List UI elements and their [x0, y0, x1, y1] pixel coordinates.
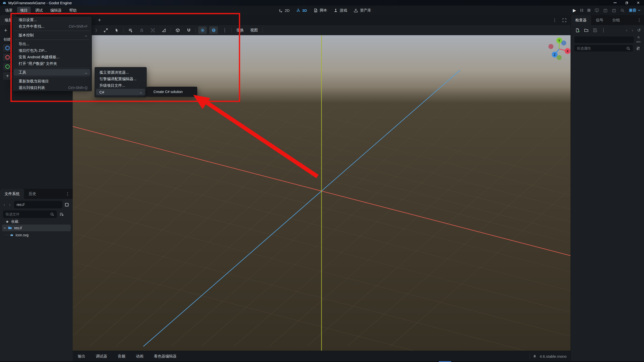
- restore-button[interactable]: [621, 0, 632, 6]
- filesystem-tabbar: 文件系统 历史 ⋮: [0, 189, 73, 199]
- menu-item-find-in-files[interactable]: 在文件中查找...Ctrl+Shift+F: [13, 23, 92, 30]
- menu-item-orphan-explorer[interactable]: 孤立资源浏览器...: [95, 69, 146, 76]
- nav-back-button[interactable]: ‹: [4, 202, 5, 207]
- history-forward-button[interactable]: ›: [631, 27, 633, 33]
- godot-logo-icon: [3, 1, 6, 5]
- workspace-2d[interactable]: 2D: [279, 8, 290, 13]
- panel-shader-editor[interactable]: 着色器编辑器: [151, 352, 179, 360]
- menu-item-open-user-data[interactable]: 打开 “用户数据” 文件夹: [13, 60, 92, 67]
- minimize-button[interactable]: [609, 0, 621, 6]
- snap-magnet-button[interactable]: [184, 26, 193, 34]
- viewport-3d[interactable]: Y X Z: [73, 35, 571, 351]
- menu-item-upgrade-project[interactable]: 升级项目文件...: [95, 82, 146, 89]
- menu-item-project-settings[interactable]: 项目设置...: [13, 17, 92, 23]
- menu-help[interactable]: 帮助: [66, 7, 80, 14]
- menu-item-quit-to-list[interactable]: 退出到项目列表Ctrl+Shift+Q: [13, 84, 92, 91]
- menu-scene[interactable]: 场景: [2, 7, 16, 14]
- menu-editor[interactable]: 编辑器: [47, 7, 65, 14]
- workspace-game[interactable]: 游戏: [334, 8, 347, 13]
- property-filter-options-button[interactable]: [636, 46, 640, 51]
- menu-item-install-android-template[interactable]: 安装 Android 构建模板...: [13, 54, 92, 60]
- search-icon: [50, 212, 54, 216]
- select-list-button[interactable]: [126, 26, 135, 34]
- menu-project[interactable]: 项目: [17, 7, 31, 14]
- filesystem-menu-icon[interactable]: ⋮: [65, 192, 70, 196]
- version-label[interactable]: 4.6.stable.mono: [540, 354, 567, 358]
- notification-bell-icon[interactable]: [533, 354, 537, 358]
- object-history-button[interactable]: ↺: [637, 28, 641, 33]
- view-menu[interactable]: 视图: [248, 27, 260, 34]
- menu-item-export[interactable]: 导出...: [13, 41, 92, 47]
- sort-files-button[interactable]: [59, 212, 64, 216]
- tab-inspector[interactable]: 检查器: [571, 15, 591, 25]
- game-icon: [334, 8, 338, 13]
- menu-item-reload-project[interactable]: 重新加载当前项目: [13, 78, 92, 84]
- new-tab-button[interactable]: +: [98, 17, 101, 23]
- panel-animation[interactable]: 动画: [133, 352, 146, 360]
- play-button[interactable]: ▶: [573, 8, 576, 13]
- caret-down-icon[interactable]: [4, 227, 6, 229]
- close-button[interactable]: ×: [632, 0, 644, 6]
- move-tool-button[interactable]: [101, 26, 110, 34]
- menu-item-version-control[interactable]: 版本控制→: [13, 32, 92, 38]
- menu-item-create-csharp-solution[interactable]: Create C# solution: [147, 87, 197, 97]
- inspector-menu-icon[interactable]: ⋮: [637, 18, 641, 22]
- sun-env-options-icon[interactable]: ⋮: [220, 26, 229, 34]
- 3d-scene-icon: [5, 55, 10, 60]
- ruler-button[interactable]: [159, 26, 168, 34]
- menu-debug[interactable]: 调试: [32, 7, 46, 14]
- tab-history[interactable]: 历史: [24, 189, 41, 199]
- load-resource-button[interactable]: [584, 28, 588, 32]
- path-field[interactable]: [14, 201, 62, 208]
- submenu-arrow-icon: →: [73, 70, 88, 75]
- filter-files-input[interactable]: [6, 212, 48, 216]
- history-back-button[interactable]: ‹: [626, 27, 627, 33]
- tab-list-icon[interactable]: ⋮: [552, 18, 557, 22]
- open-docs-button[interactable]: DOC: [636, 36, 641, 43]
- play-scene-button[interactable]: [603, 8, 608, 13]
- gizmo-x-label: X: [567, 50, 569, 53]
- renderer-dropdown[interactable]: 兼容: [629, 8, 640, 13]
- tab-groups[interactable]: 分组: [608, 15, 624, 25]
- transform-menu[interactable]: 变换: [234, 27, 246, 34]
- group-button[interactable]: [148, 26, 157, 34]
- tree-row-root[interactable]: res://: [2, 224, 71, 231]
- resource-options-icon[interactable]: ⋮: [601, 28, 606, 32]
- tab-signals[interactable]: 信号: [591, 15, 608, 25]
- split-view-button[interactable]: [65, 203, 69, 207]
- preview-sunlight-button[interactable]: [198, 26, 207, 34]
- stop-button[interactable]: [587, 9, 590, 12]
- tab-filesystem[interactable]: 文件系统: [0, 189, 24, 199]
- play-remote-button[interactable]: [595, 8, 599, 13]
- workspace-3d[interactable]: 3D: [296, 8, 307, 13]
- lock-button[interactable]: [137, 26, 146, 34]
- select-tool-button[interactable]: [112, 26, 121, 34]
- workspace-script[interactable]: 脚本: [313, 8, 327, 13]
- movie-maker-button[interactable]: [620, 8, 625, 13]
- panel-audio[interactable]: 音频: [115, 352, 128, 360]
- snap-object-button[interactable]: [173, 26, 182, 34]
- csharp-submenu-popup: Create C# solution: [147, 87, 197, 97]
- 2d-icon: [279, 8, 283, 13]
- panel-output[interactable]: 输出: [75, 352, 88, 360]
- add-scene-button[interactable]: +: [4, 27, 10, 33]
- menu-item-engine-compile-config[interactable]: 引擎编译配置编辑器...: [95, 76, 146, 82]
- menu-item-csharp[interactable]: C#→: [96, 89, 145, 95]
- tree-row-file[interactable]: icon.svg: [2, 232, 71, 238]
- pause-button[interactable]: [580, 9, 583, 12]
- workspace-assetlib[interactable]: 资产库: [354, 8, 371, 13]
- menu-item-pack-zip[interactable]: 项目打包为 ZIP...: [13, 47, 92, 54]
- window-title: MyGFrameworkGame - Godot Engine: [8, 1, 72, 5]
- panel-debugger[interactable]: 调试器: [93, 352, 110, 360]
- preview-environment-button[interactable]: [209, 26, 218, 34]
- new-resource-button[interactable]: [575, 28, 580, 32]
- menu-item-tools[interactable]: 工具→: [14, 69, 90, 76]
- nav-forward-button[interactable]: ›: [9, 202, 11, 207]
- scene-tab-strip: + ⋮: [73, 15, 571, 25]
- filter-properties-input[interactable]: [577, 46, 623, 50]
- play-custom-scene-button[interactable]: [612, 8, 616, 13]
- expand-viewport-icon[interactable]: [562, 18, 567, 22]
- save-resource-button[interactable]: [593, 28, 597, 32]
- object-name-field[interactable]: [574, 36, 634, 43]
- axis-gizmo[interactable]: Y X Z: [544, 35, 571, 65]
